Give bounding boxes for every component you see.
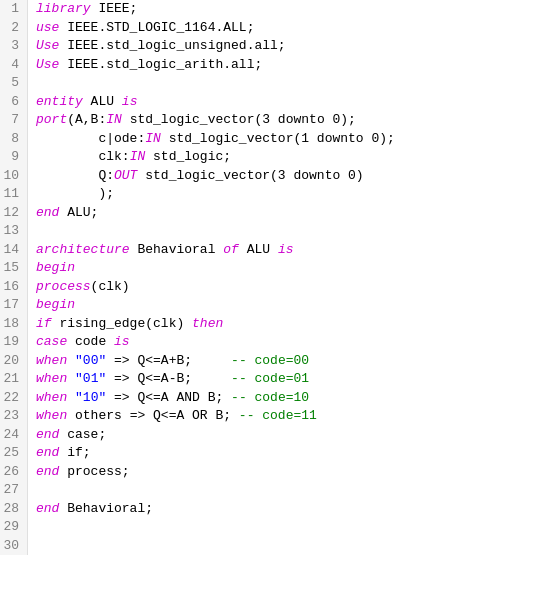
code-line: Use IEEE.std_logic_arith.all;	[28, 56, 543, 75]
code-segment: is	[122, 94, 138, 109]
line-number: 7	[0, 111, 28, 130]
code-segment: c|ode:	[36, 131, 145, 146]
code-segment: IEEE.std_logic_unsigned.all;	[59, 38, 285, 53]
code-line: library IEEE;	[28, 0, 543, 19]
code-line	[28, 481, 543, 500]
code-line	[28, 74, 543, 93]
code-segment: if	[36, 316, 52, 331]
code-row: 16process(clk)	[0, 278, 543, 297]
code-line: end process;	[28, 463, 543, 482]
code-line: use IEEE.STD_LOGIC_1164.ALL;	[28, 19, 543, 38]
line-number: 19	[0, 333, 28, 352]
code-row: 12end ALU;	[0, 204, 543, 223]
code-row: 5	[0, 74, 543, 93]
code-segment: architecture	[36, 242, 130, 257]
code-row: 2use IEEE.STD_LOGIC_1164.ALL;	[0, 19, 543, 38]
code-row: 9 clk:IN std_logic;	[0, 148, 543, 167]
code-segment: if;	[59, 445, 90, 460]
line-number: 28	[0, 500, 28, 519]
code-line: if rising_edge(clk) then	[28, 315, 543, 334]
code-segment: Use	[36, 57, 59, 72]
code-segment: -- code=11	[239, 408, 317, 423]
code-segment: Behavioral	[130, 242, 224, 257]
line-number: 25	[0, 444, 28, 463]
code-segment: "00"	[75, 353, 106, 368]
code-segment: case	[36, 334, 67, 349]
code-line: Use IEEE.std_logic_unsigned.all;	[28, 37, 543, 56]
line-number: 2	[0, 19, 28, 38]
code-segment: ALU;	[59, 205, 98, 220]
code-line: process(clk)	[28, 278, 543, 297]
code-segment: ALU	[239, 242, 278, 257]
code-segment: port	[36, 112, 67, 127]
code-line: when "01" => Q<=A-B; -- code=01	[28, 370, 543, 389]
code-segment: end	[36, 501, 59, 516]
code-row: 22when "10" => Q<=A AND B; -- code=10	[0, 389, 543, 408]
line-number: 5	[0, 74, 28, 93]
line-number: 17	[0, 296, 28, 315]
code-segment: when	[36, 353, 67, 368]
code-segment: "10"	[75, 390, 106, 405]
code-editor: 1library IEEE;2use IEEE.STD_LOGIC_1164.A…	[0, 0, 543, 605]
code-segment	[67, 390, 75, 405]
code-segment: use	[36, 20, 59, 35]
code-segment: is	[278, 242, 294, 257]
line-number: 13	[0, 222, 28, 241]
line-number: 12	[0, 204, 28, 223]
code-segment: rising_edge(clk)	[52, 316, 192, 331]
code-row: 13	[0, 222, 543, 241]
line-number: 24	[0, 426, 28, 445]
code-line: );	[28, 185, 543, 204]
code-segment: => Q<=A AND B;	[106, 390, 231, 405]
code-row: 6entity ALU is	[0, 93, 543, 112]
line-number: 27	[0, 481, 28, 500]
code-segment: when	[36, 371, 67, 386]
code-segment: => Q<=A+B;	[106, 353, 231, 368]
code-line: when others => Q<=A OR B; -- code=11	[28, 407, 543, 426]
line-number: 21	[0, 370, 28, 389]
line-number: 14	[0, 241, 28, 260]
code-line: end Behavioral;	[28, 500, 543, 519]
code-segment: (A,B:	[67, 112, 106, 127]
code-row: 1library IEEE;	[0, 0, 543, 19]
code-segment: ALU	[83, 94, 122, 109]
line-number: 30	[0, 537, 28, 556]
code-line: when "10" => Q<=A AND B; -- code=10	[28, 389, 543, 408]
code-segment: clk:	[36, 149, 130, 164]
line-number: 18	[0, 315, 28, 334]
code-segment: begin	[36, 297, 75, 312]
code-segment: case;	[59, 427, 106, 442]
line-number: 20	[0, 352, 28, 371]
code-segment: end	[36, 445, 59, 460]
code-segment: OUT	[114, 168, 137, 183]
code-row: 7port(A,B:IN std_logic_vector(3 downto 0…	[0, 111, 543, 130]
code-segment: others => Q<=A OR B;	[67, 408, 239, 423]
line-number: 23	[0, 407, 28, 426]
code-line: c|ode:IN std_logic_vector(1 downto 0);	[28, 130, 543, 149]
code-row: 17begin	[0, 296, 543, 315]
code-row: 26end process;	[0, 463, 543, 482]
code-row: 20when "00" => Q<=A+B; -- code=00	[0, 352, 543, 371]
line-number: 1	[0, 0, 28, 19]
code-segment: IN	[145, 131, 161, 146]
code-line	[28, 518, 543, 537]
code-segment: process	[36, 279, 91, 294]
code-segment: std_logic_vector(1 downto 0);	[161, 131, 395, 146]
code-row: 24end case;	[0, 426, 543, 445]
code-row: 18if rising_edge(clk) then	[0, 315, 543, 334]
code-line	[28, 222, 543, 241]
code-row: 14architecture Behavioral of ALU is	[0, 241, 543, 260]
code-line: clk:IN std_logic;	[28, 148, 543, 167]
code-segment: entity	[36, 94, 83, 109]
code-segment: std_logic_vector(3 downto 0)	[137, 168, 363, 183]
code-row: 30	[0, 537, 543, 556]
line-number: 11	[0, 185, 28, 204]
code-line: end ALU;	[28, 204, 543, 223]
code-line: begin	[28, 259, 543, 278]
code-line: begin	[28, 296, 543, 315]
code-segment: -- code=01	[231, 371, 309, 386]
code-segment: end	[36, 427, 59, 442]
code-line: case code is	[28, 333, 543, 352]
code-segment: );	[36, 186, 114, 201]
code-row: 23when others => Q<=A OR B; -- code=11	[0, 407, 543, 426]
